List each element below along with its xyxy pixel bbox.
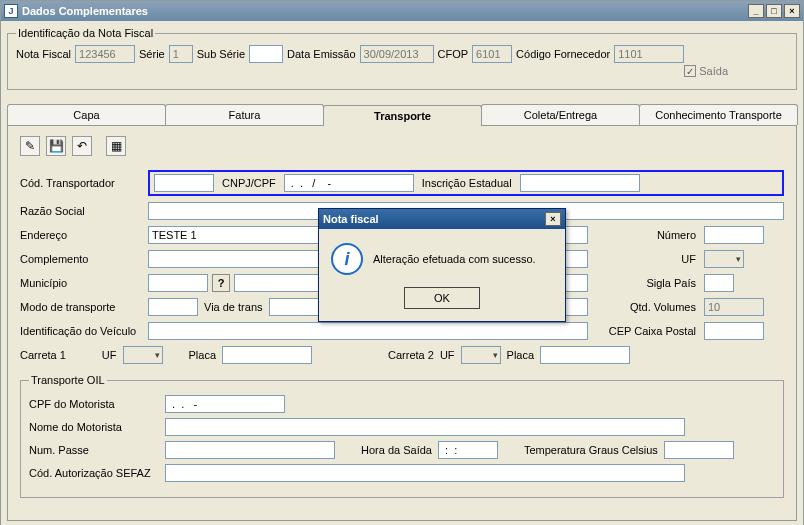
main-window: J Dados Complementares _ □ × Identificaç… (0, 0, 804, 525)
cep-label: CEP Caixa Postal (596, 325, 696, 337)
tab-capa[interactable]: Capa (7, 104, 166, 125)
carreta1-placa-input[interactable] (222, 346, 312, 364)
municipio-cod-input[interactable] (148, 274, 208, 292)
serie-input (169, 45, 193, 63)
carreta2-label: Carreta 2 (388, 349, 434, 361)
razao-social-label: Razão Social (20, 205, 140, 217)
data-emissao-label: Data Emissão (287, 48, 355, 60)
toolbar: ✎ 💾 ↶ ▦ (20, 136, 784, 156)
uf-select[interactable]: ▾ (704, 250, 744, 268)
tab-conhecimento[interactable]: Conhecimento Transporte (639, 104, 798, 125)
nome-motorista-label: Nome do Motorista (29, 421, 159, 433)
uf-label: UF (596, 253, 696, 265)
cnpj-label: CNPJ/CPF (222, 177, 276, 189)
cod-aut-sefaz-input[interactable] (165, 464, 685, 482)
close-button[interactable]: × (784, 4, 800, 18)
info-icon: i (331, 243, 363, 275)
tab-coleta-entrega[interactable]: Coleta/Entrega (481, 104, 640, 125)
tool-icon[interactable]: ▦ (106, 136, 126, 156)
temperatura-input[interactable] (664, 441, 734, 459)
num-passe-label: Num. Passe (29, 444, 159, 456)
carreta1-label: Carreta 1 (20, 349, 66, 361)
numero-label: Número (596, 229, 696, 241)
cep-input[interactable] (704, 322, 764, 340)
numero-input[interactable] (704, 226, 764, 244)
cnpj-highlight-box: CNPJ/CPF Inscrição Estadual (148, 170, 784, 196)
carreta2-placa-label: Placa (507, 349, 535, 361)
cpf-motorista-input[interactable] (165, 395, 285, 413)
carreta1-uf-label: UF (102, 349, 117, 361)
titlebar: J Dados Complementares _ □ × (1, 1, 803, 21)
num-passe-input[interactable] (165, 441, 335, 459)
tabpage-transporte: ✎ 💾 ↶ ▦ Cód. Transportador CNPJ/CPF Insc… (7, 126, 797, 521)
sigla-pais-input[interactable] (704, 274, 734, 292)
window-title: Dados Complementares (22, 5, 148, 17)
data-emissao-input (360, 45, 434, 63)
save-icon[interactable]: 💾 (46, 136, 66, 156)
hora-saida-label: Hora da Saída (361, 444, 432, 456)
qtd-volumes-label: Qtd. Volumes (596, 301, 696, 313)
modal-titlebar: Nota fiscal × (319, 209, 565, 229)
app-icon: J (4, 4, 18, 18)
tab-transporte[interactable]: Transporte (323, 105, 482, 126)
carreta1-placa-label: Placa (189, 349, 217, 361)
cod-fornecedor-input (614, 45, 684, 63)
transporte-oil-group: Transporte OIL CPF do Motorista Nome do … (20, 374, 784, 498)
modal-ok-button[interactable]: OK (404, 287, 480, 309)
subserie-input[interactable] (249, 45, 283, 63)
edit-icon[interactable]: ✎ (20, 136, 40, 156)
endereco-label: Endereço (20, 229, 140, 241)
nota-fiscal-input (75, 45, 135, 63)
cod-transportador-label: Cód. Transportador (20, 177, 140, 189)
cod-fornecedor-label: Código Fornecedor (516, 48, 610, 60)
oil-legend: Transporte OIL (29, 374, 107, 386)
restore-button[interactable]: □ (766, 4, 782, 18)
via-transporte-label: Via de trans (204, 301, 263, 313)
modal-title: Nota fiscal (323, 213, 379, 225)
identificacao-nota-fiscal-group: Identificação da Nota Fiscal Nota Fiscal… (7, 27, 797, 90)
carreta1-uf-select[interactable]: ▾ (123, 346, 163, 364)
serie-label: Série (139, 48, 165, 60)
nota-fiscal-label: Nota Fiscal (16, 48, 71, 60)
ident-veiculo-label: Identificação do Veículo (20, 325, 140, 337)
complemento-label: Complemento (20, 253, 140, 265)
municipio-lookup-button[interactable]: ? (212, 274, 230, 292)
cnpj-input[interactable] (284, 174, 414, 192)
cfop-label: CFOP (438, 48, 469, 60)
cpf-motorista-label: CPF do Motorista (29, 398, 159, 410)
carreta2-uf-select[interactable]: ▾ (461, 346, 501, 364)
municipio-label: Município (20, 277, 140, 289)
saida-checkbox: ✓ Saída (684, 65, 728, 77)
insc-estadual-input[interactable] (520, 174, 640, 192)
cod-aut-sefaz-label: Cód. Autorização SEFAZ (29, 467, 159, 479)
modal-dialog: Nota fiscal × i Alteração efetuada com s… (318, 208, 566, 322)
sigla-pais-label: Sigla País (596, 277, 696, 289)
carretas-row: Carreta 1 UF ▾ Placa Carreta 2 UF ▾ Plac… (20, 346, 784, 364)
saida-label: Saída (699, 65, 728, 77)
insc-estadual-label: Inscrição Estadual (422, 177, 512, 189)
modo-transporte-input[interactable] (148, 298, 198, 316)
minimize-button[interactable]: _ (748, 4, 764, 18)
undo-icon[interactable]: ↶ (72, 136, 92, 156)
carreta2-uf-label: UF (440, 349, 455, 361)
identificacao-legend: Identificação da Nota Fiscal (16, 27, 155, 39)
subserie-label: Sub Série (197, 48, 245, 60)
tabs: Capa Fatura Transporte Coleta/Entrega Co… (7, 104, 797, 126)
tab-fatura[interactable]: Fatura (165, 104, 324, 125)
cod-transportador-input[interactable] (154, 174, 214, 192)
modo-transporte-label: Modo de transporte (20, 301, 140, 313)
qtd-volumes-input (704, 298, 764, 316)
ident-veiculo-input[interactable] (148, 322, 588, 340)
carreta2-placa-input[interactable] (540, 346, 630, 364)
nome-motorista-input[interactable] (165, 418, 685, 436)
modal-message: Alteração efetuada com sucesso. (373, 253, 536, 265)
modal-close-button[interactable]: × (545, 212, 561, 226)
check-icon: ✓ (684, 65, 696, 77)
cfop-input (472, 45, 512, 63)
temperatura-label: Temperatura Graus Celsius (524, 444, 658, 456)
hora-saida-input[interactable] (438, 441, 498, 459)
